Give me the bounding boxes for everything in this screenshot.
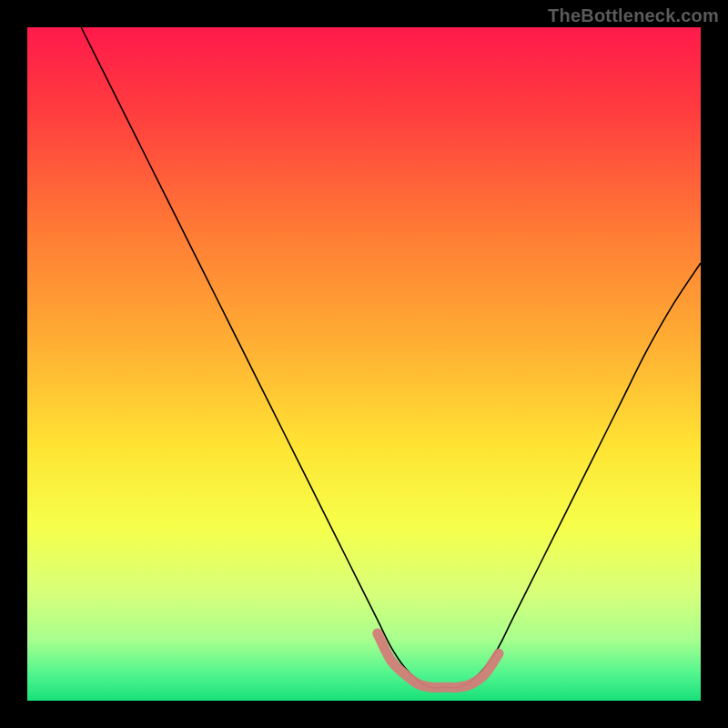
- chart-svg: [27, 27, 701, 701]
- plot-area: [27, 27, 701, 701]
- chart-frame: TheBottleneck.com: [0, 0, 728, 728]
- watermark-text: TheBottleneck.com: [548, 5, 719, 26]
- gradient-background: [27, 27, 701, 701]
